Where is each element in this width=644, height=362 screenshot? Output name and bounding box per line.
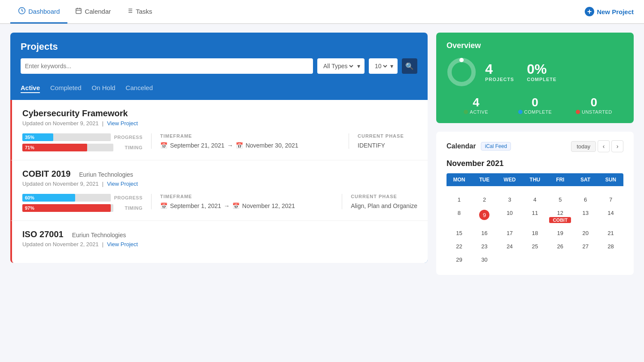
phase-value-2: Align, Plan and Organize [351, 202, 417, 209]
calendar-day-28[interactable]: 28 [598, 240, 623, 253]
ical-badge[interactable]: iCal Feed [481, 142, 510, 151]
search-icon: 🔍 [405, 62, 414, 70]
calendar-day-26[interactable]: 26 [547, 240, 573, 253]
svg-point-11 [450, 60, 474, 84]
calendar-day-10[interactable]: 10 [497, 206, 522, 226]
project-view-link-1[interactable]: View Project [107, 120, 138, 127]
filter-tab-active[interactable]: Active [21, 84, 40, 93]
calendar-day-27[interactable]: 27 [573, 240, 598, 253]
unstarted-count: 0 [565, 96, 623, 109]
calendar-day-30[interactable]: 30 [472, 253, 497, 266]
type-select-wrap[interactable]: All Types ▾ [317, 58, 365, 74]
complete-pct-stat: 0% COMPLETE [527, 62, 556, 82]
projects-count: 4 [485, 62, 514, 76]
calendar-day-16[interactable]: 16 [472, 226, 497, 240]
timeframe-section-2: TIMEFRAME 📅 September 1, 2021 → 📅 Novemb… [151, 194, 333, 209]
day-header-wed: WED [497, 173, 522, 186]
projects-stat: 4 PROJECTS [485, 62, 514, 82]
project-view-link-2[interactable]: View Project [107, 181, 138, 187]
calendar-week-5: 2930 [447, 253, 623, 266]
projects-stat-label: PROJECTS [485, 77, 514, 82]
calendar-day-21[interactable]: 21 [598, 226, 623, 240]
search-button[interactable]: 🔍 [402, 58, 417, 74]
nav-dashboard[interactable]: Dashboard [10, 0, 67, 24]
day-header-sat: SAT [573, 173, 598, 186]
top-nav: Dashboard Calendar Tasks + New Project [0, 0, 644, 24]
cal-icon-end-1: 📅 [236, 142, 243, 149]
calendar-navigation: today ‹ › [571, 140, 623, 152]
count-select[interactable]: 10 [373, 62, 389, 70]
calendar-empty [522, 186, 548, 193]
calendar-day-14[interactable]: 14 [598, 206, 623, 226]
timing-label-2: TIMING [117, 205, 143, 211]
calendar-day-4[interactable]: 4 [522, 193, 548, 206]
calendar-day-5[interactable]: 5 [547, 193, 573, 206]
calendar-day-11[interactable]: 11 [522, 206, 548, 226]
day-header-fri: FRI [547, 173, 573, 186]
project-name-3: ISO 27001 [22, 229, 64, 239]
calendar-day-22[interactable]: 22 [447, 240, 472, 253]
calendar-day-29[interactable]: 29 [447, 253, 472, 266]
project-name-2: COBIT 2019 [22, 169, 70, 179]
projects-title: Projects [21, 41, 417, 52]
calendar-day-24[interactable]: 24 [497, 240, 522, 253]
project-item-1: Cybersecurity Framework Updated on Novem… [10, 100, 428, 160]
calendar-day-3[interactable]: 3 [497, 193, 522, 206]
projects-list: Cybersecurity Framework Updated on Novem… [10, 100, 428, 263]
calendar-day-2[interactable]: 2 [472, 193, 497, 206]
calendar-month-year: November 2021 [447, 159, 623, 168]
calendar-day-1[interactable]: 1 [447, 193, 472, 206]
overview-title: Overview [447, 41, 623, 50]
projects-header: Projects All Types ▾ 10 [10, 33, 428, 81]
nav-tasks[interactable]: Tasks [118, 0, 160, 24]
nav-tasks-label: Tasks [136, 8, 152, 15]
filter-tab-completed[interactable]: Completed [50, 84, 82, 93]
overview-top: 4 PROJECTS 0% COMPLETE [447, 57, 623, 87]
phase-section-1: CURRENT PHASE IDENTIFY [349, 133, 417, 149]
next-month-button[interactable]: › [611, 140, 623, 152]
project-meta-2: Updated on November 9, 2021 | View Proje… [22, 181, 417, 187]
timing-bar-bg-2: 97% [22, 204, 113, 212]
complete-label: COMPLETE [505, 109, 564, 115]
filter-tab-onhold[interactable]: On Hold [92, 84, 115, 93]
calendar-day-7[interactable]: 7 [598, 193, 623, 206]
calendar-event-12[interactable]: COBIT [549, 217, 571, 223]
progress-section-1: 35% PROGRESS 71% TIMING [22, 133, 143, 151]
filter-tabs: Active Completed On Hold Canceled [10, 81, 428, 100]
calendar-day-18[interactable]: 18 [522, 226, 548, 240]
project-name-1: Cybersecurity Framework [22, 109, 417, 118]
type-chevron-icon: ▾ [357, 63, 360, 69]
right-panel: Overview 4 PROJECTS 0% COMPLETE [436, 33, 634, 275]
calendar-day-25[interactable]: 25 [522, 240, 548, 253]
active-dot [464, 110, 468, 114]
filter-tab-canceled[interactable]: Canceled [126, 84, 153, 93]
calendar-day-8[interactable]: 8 [447, 206, 472, 226]
count-select-wrap[interactable]: 10 ▾ [369, 58, 398, 74]
today-button[interactable]: today [571, 141, 596, 152]
project-updated-1: Updated on November 9, 2021 [22, 120, 99, 127]
search-input[interactable] [25, 63, 309, 69]
nav-calendar[interactable]: Calendar [67, 0, 118, 24]
dashboard-icon [18, 7, 26, 16]
calendar-day-9[interactable]: 9 [472, 206, 497, 226]
complete-pct-label: COMPLETE [527, 77, 556, 82]
calendar-day-20[interactable]: 20 [573, 226, 598, 240]
timeframe-start-1: September 21, 2021 [170, 142, 225, 149]
calendar-week-1: 1234567 [447, 193, 623, 206]
calendar-empty [598, 186, 623, 193]
complete-pct: 0% [527, 62, 556, 76]
project-view-link-3[interactable]: View Project [107, 241, 138, 247]
prev-month-button[interactable]: ‹ [598, 140, 610, 152]
calendar-day-19[interactable]: 19 [547, 226, 573, 240]
calendar-day-15[interactable]: 15 [447, 226, 472, 240]
new-project-button[interactable]: + New Project [585, 7, 634, 16]
type-select[interactable]: All Types [322, 62, 355, 70]
calendar-empty [573, 186, 598, 193]
calendar-day-23[interactable]: 23 [472, 240, 497, 253]
timing-bar-fill-1: 71% [22, 144, 87, 151]
calendar-day-6[interactable]: 6 [573, 193, 598, 206]
calendar-day-17[interactable]: 17 [497, 226, 522, 240]
calendar-day-12[interactable]: 12COBIT [547, 206, 573, 226]
calendar-day-13[interactable]: 13 [573, 206, 598, 226]
project-company-3: Euriun Technologies [72, 232, 126, 238]
